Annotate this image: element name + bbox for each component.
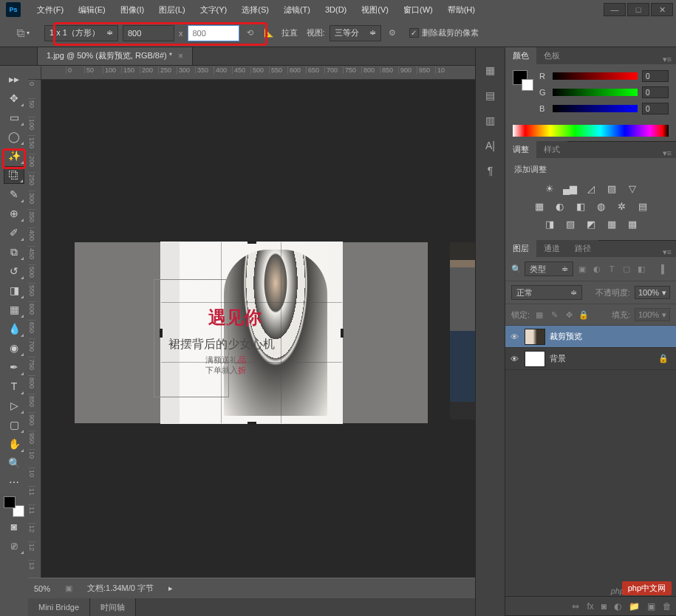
menu-layer[interactable]: 图层(L) [151, 1, 192, 19]
g-value-input[interactable] [642, 86, 669, 98]
layer-mask-icon[interactable]: ◙ [601, 601, 607, 612]
dodge-tool[interactable]: ◉ [4, 339, 24, 357]
invert-icon[interactable]: ◨ [543, 218, 556, 230]
exposure-icon[interactable]: ▨ [605, 182, 618, 194]
clone-stamp-tool[interactable]: ⧉ [4, 243, 24, 261]
b-slider[interactable] [553, 105, 638, 112]
lock-pixels-icon[interactable]: ✎ [549, 309, 559, 320]
tab-paths[interactable]: 路径 [567, 240, 598, 257]
menu-edit[interactable]: 编辑(E) [71, 1, 113, 19]
filter-adjust-icon[interactable]: ◐ [591, 263, 603, 275]
zoom-tool[interactable]: 🔍 [4, 454, 24, 472]
screen-mode-tool[interactable]: ⎚ [4, 537, 24, 555]
group-icon[interactable]: 📁 [629, 601, 640, 612]
active-tool-icon[interactable]: ⿻ ▾ [6, 23, 40, 44]
crop-region[interactable]: 遇见你 裙摆背后的少女心机 满额送礼品 下单就入折 [161, 242, 342, 423]
layer-filter-type[interactable]: 类型≑ [525, 261, 573, 276]
width-input[interactable] [123, 25, 174, 41]
menu-window[interactable]: 窗口(W) [396, 1, 440, 19]
crop-handle-e[interactable] [341, 329, 344, 338]
blend-mode-select[interactable]: 正常≑ [511, 285, 582, 300]
r-value-input[interactable] [642, 70, 669, 82]
layer-row[interactable]: 👁 裁剪预览 [505, 326, 676, 348]
color-preview[interactable] [513, 70, 533, 91]
maximize-button[interactable]: □ [627, 3, 649, 16]
type-tool[interactable]: T [4, 377, 24, 395]
visibility-icon[interactable]: 👁 [508, 355, 520, 363]
lock-transparent-icon[interactable]: ▦ [534, 309, 544, 320]
opacity-input[interactable]: 100%▾ [635, 286, 670, 299]
eraser-tool[interactable]: ◨ [4, 281, 24, 299]
menu-view[interactable]: 视图(V) [354, 1, 396, 19]
tab-adjustments[interactable]: 调整 [505, 141, 536, 158]
character-icon[interactable]: ▤ [482, 88, 499, 103]
menu-image[interactable]: 图像(I) [113, 1, 151, 19]
crop-tool[interactable]: ⿻ [4, 166, 24, 184]
color-swatches[interactable] [4, 496, 24, 517]
tab-styles[interactable]: 样式 [536, 141, 567, 158]
lookup-icon[interactable]: ▤ [636, 200, 649, 212]
panel-menu-icon[interactable]: ▾≡ [658, 247, 676, 257]
paragraph-icon[interactable]: ▥ [482, 113, 499, 128]
selective-color-icon[interactable]: ▩ [626, 218, 639, 230]
height-input[interactable] [188, 25, 239, 41]
filter-smart-icon[interactable]: ◧ [635, 263, 647, 275]
crop-handle-s[interactable] [247, 422, 256, 425]
threshold-icon[interactable]: ◩ [584, 218, 598, 230]
document-tab[interactable]: 1.jpg @ 50% (裁剪预览, RGB/8#) * × [37, 46, 193, 65]
tab-channels[interactable]: 通道 [536, 240, 567, 257]
menu-help[interactable]: 帮助(H) [440, 1, 482, 19]
b-value-input[interactable] [642, 103, 669, 114]
adjustment-layer-icon[interactable]: ◐ [614, 601, 621, 612]
tab-mini-bridge[interactable]: Mini Bridge [28, 598, 90, 616]
para-panel-icon[interactable]: ¶ [482, 163, 499, 178]
char-panel-icon[interactable]: A| [482, 138, 499, 153]
edit-toolbar[interactable]: ⋯ [4, 473, 24, 491]
canvas-content[interactable]: 遇见你 裙摆背后的少女心机 满额送礼品 下单就入折 [41, 80, 490, 578]
chevron-right-icon[interactable]: ▸ [168, 584, 173, 593]
r-slider[interactable] [553, 72, 638, 80]
filter-image-icon[interactable]: ▣ [576, 263, 588, 275]
spectrum-picker[interactable] [513, 125, 669, 137]
pen-tool[interactable]: ✒ [4, 358, 24, 376]
gear-icon[interactable]: ⚙ [386, 28, 399, 38]
tab-color[interactable]: 颜色 [505, 47, 536, 64]
menu-select[interactable]: 选择(S) [234, 1, 276, 19]
blur-tool[interactable]: 💧 [4, 320, 24, 338]
layer-row[interactable]: 👁 背景 🔒 [505, 348, 676, 370]
brightness-icon[interactable]: ☀ [543, 182, 556, 194]
lock-position-icon[interactable]: ✥ [564, 309, 574, 320]
filter-type-icon[interactable]: T [606, 263, 618, 275]
panel-menu-icon[interactable]: ▾≡ [658, 55, 676, 64]
posterize-icon[interactable]: ▧ [564, 218, 577, 230]
menu-file[interactable]: 文件(F) [30, 1, 71, 19]
lasso-tool[interactable]: ◯ [4, 128, 24, 146]
gradient-map-icon[interactable]: ▦ [605, 218, 618, 230]
eyedropper-tool[interactable]: ✎ [4, 185, 24, 203]
hue-sat-icon[interactable]: ▦ [533, 200, 546, 212]
filter-shape-icon[interactable]: ▢ [621, 263, 632, 275]
zoom-icon[interactable]: ▣ [65, 584, 72, 593]
new-layer-icon[interactable]: ▣ [647, 601, 655, 612]
menu-3d[interactable]: 3D(D) [318, 1, 354, 18]
curves-icon[interactable]: ◿ [584, 182, 598, 194]
zoom-level[interactable]: 50% [34, 584, 50, 593]
crop-handle-n[interactable] [247, 241, 256, 244]
move-tool[interactable]: ✥ [4, 89, 24, 107]
tab-swatches[interactable]: 色板 [536, 47, 567, 64]
shape-tool[interactable]: ▢ [4, 416, 24, 434]
quick-mask-tool[interactable]: ◙ [4, 518, 24, 535]
layer-thumbnail[interactable] [525, 329, 545, 345]
lock-all-icon[interactable]: 🔒 [578, 309, 589, 320]
panel-menu-icon[interactable]: ▾≡ [658, 148, 676, 158]
magic-wand-tool[interactable]: ✨ [4, 147, 24, 165]
tab-timeline[interactable]: 时间轴 [90, 598, 136, 616]
delete-cropped-checkbox[interactable]: ✓ 删除裁剪的像素 [409, 27, 479, 38]
bw-icon[interactable]: ◧ [574, 200, 587, 212]
tab-layers[interactable]: 图层 [505, 240, 536, 257]
fill-input[interactable]: 100%▾ [635, 308, 670, 321]
clear-icon[interactable]: ⟲ [244, 28, 256, 38]
layer-fx-icon[interactable]: fx [587, 601, 593, 612]
visibility-icon[interactable]: 👁 [508, 332, 520, 341]
menu-filter[interactable]: 滤镜(T) [276, 1, 318, 19]
